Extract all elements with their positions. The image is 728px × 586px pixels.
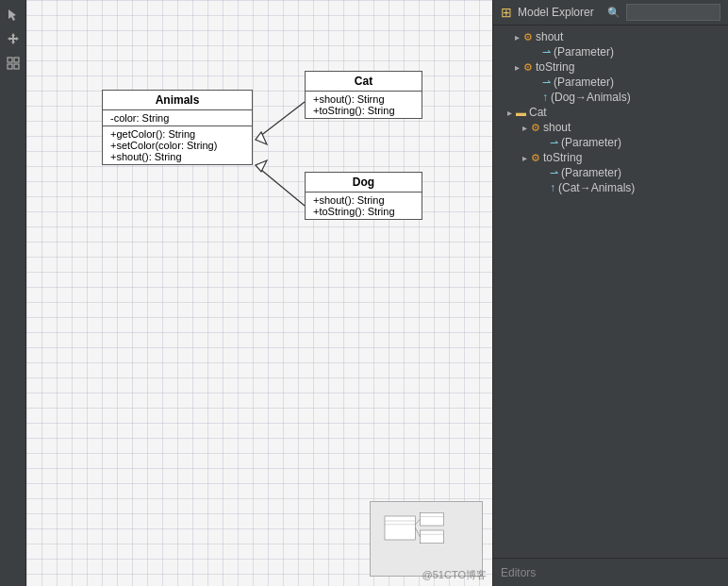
tree-container[interactable]: ▸ ⚙ shout ⇀ (Parameter) ▸ ⚙ toString ⇀ [493, 25, 728, 558]
gear-icon-2: ⚙ [523, 61, 533, 74]
right-panel: ⊞ Model Explorer 🔍 ▸ ⚙ shout ⇀ (Paramete… [492, 0, 728, 586]
dog-class-header: Dog [306, 173, 422, 193]
tree-item-shout-cat[interactable]: ▸ ⚙ shout [493, 120, 728, 135]
param-icon-3: ⇀ [550, 137, 558, 149]
tree-item-param-tostring[interactable]: ⇀ (Parameter) [493, 75, 728, 90]
toggle-tostring-cat[interactable]: ▸ [520, 153, 529, 163]
layout-tool[interactable] [3, 53, 24, 74]
label-cat: Cat [529, 106, 547, 119]
svg-rect-0 [8, 58, 12, 62]
tree-item-tostring-cat[interactable]: ▸ ⚙ toString [493, 150, 728, 165]
class-icon-cat: ▬ [516, 107, 526, 118]
panel-icon: ⊞ [501, 5, 512, 20]
watermark: @51CTO博客 [422, 568, 487, 582]
inherit-icon-dog: ↑ [542, 91, 548, 104]
attr-color: -color: String [110, 112, 244, 124]
animals-class[interactable]: Animals -color: String +getColor(): Stri… [102, 90, 253, 165]
cat-method-shout: +shout(): Stirng [313, 93, 414, 105]
method-getcolor: +getColor(): String [110, 128, 244, 140]
toggle-shout[interactable]: ▸ [512, 32, 521, 42]
method-shout: +shout(): String [110, 151, 244, 162]
svg-rect-8 [385, 516, 416, 540]
method-setcolor: +setColor(color: String) [110, 140, 244, 151]
minimap [370, 501, 483, 577]
label-inherit-cat: (Cat→Animals) [558, 181, 635, 194]
gear-icon-3: ⚙ [531, 122, 540, 134]
label-inherit-dog: (Dog→Animals) [551, 91, 631, 104]
label-param-tostring-cat: (Parameter) [561, 166, 621, 179]
cat-class-diagram[interactable]: Cat +shout(): Stirng +toString(): String [305, 71, 422, 119]
svg-line-16 [416, 528, 421, 538]
panel-header: ⊞ Model Explorer 🔍 [493, 0, 728, 25]
animals-class-header: Animals [103, 91, 252, 110]
left-toolbar [0, 0, 26, 586]
param-icon: ⇀ [542, 46, 551, 59]
label-param-shout: (Parameter) [554, 45, 614, 59]
tree-item-inherit-cat[interactable]: ↑ (Cat→Animals) [493, 180, 728, 195]
cat-method-tostring: +toString(): String [313, 105, 414, 116]
search-icon: 🔍 [607, 7, 620, 19]
svg-rect-2 [8, 64, 12, 69]
cat-methods: +shout(): Stirng +toString(): String [306, 92, 422, 118]
dog-class-diagram[interactable]: Dog +shout(): String +toString(): String [305, 172, 422, 220]
search-input[interactable] [626, 4, 720, 21]
tree-item-inherit-dog[interactable]: ↑ (Dog→Animals) [493, 90, 728, 105]
param-icon-4: ⇀ [550, 167, 558, 179]
editors-section: Editors [493, 558, 728, 586]
svg-rect-3 [14, 64, 19, 69]
editors-label: Editors [501, 566, 536, 579]
toggle-shout-cat[interactable]: ▸ [520, 123, 529, 133]
toggle-tostring[interactable]: ▸ [512, 62, 521, 73]
pointer-tool[interactable] [3, 4, 24, 25]
toggle-cat[interactable]: ▸ [505, 108, 514, 118]
animals-attributes: -color: String [103, 110, 252, 126]
tree-item-param-tostring-cat[interactable]: ⇀ (Parameter) [493, 165, 728, 180]
cat-class-header: Cat [306, 72, 422, 92]
dog-methods: +shout(): String +toString(): String [306, 193, 422, 219]
inherit-icon-cat: ↑ [550, 181, 555, 194]
label-tostring-cat: toString [543, 151, 582, 164]
label-tostring-animals: toString [536, 60, 574, 74]
svg-line-4 [256, 102, 305, 140]
svg-rect-11 [421, 512, 444, 526]
tree-item-param-shout[interactable]: ⇀ (Parameter) [493, 44, 728, 59]
label-param-tostring: (Parameter) [554, 75, 614, 89]
panel-title: Model Explorer [518, 6, 602, 19]
svg-rect-1 [14, 58, 19, 62]
param-icon-2: ⇀ [542, 76, 551, 89]
tree-item-param-shout-cat[interactable]: ⇀ (Parameter) [493, 135, 728, 150]
animals-methods: +getColor(): String +setColor(color: Str… [103, 126, 252, 164]
canvas-area[interactable]: Animals -color: String +getColor(): Stri… [26, 0, 492, 586]
svg-marker-6 [256, 132, 267, 144]
svg-line-15 [416, 519, 421, 525]
svg-line-5 [256, 165, 305, 206]
gear-icon-4: ⚙ [531, 152, 540, 164]
label-shout-cat: shout [543, 121, 571, 134]
minimap-svg [371, 502, 483, 577]
svg-rect-13 [421, 530, 444, 544]
label-param-shout-cat: (Parameter) [561, 136, 621, 149]
svg-marker-7 [256, 160, 267, 172]
dog-method-tostring: +toString(): String [313, 206, 414, 217]
tree-item-tostring-animals[interactable]: ▸ ⚙ toString [493, 59, 728, 75]
tree-item-shout-animals[interactable]: ▸ ⚙ shout [493, 29, 728, 44]
dog-method-shout: +shout(): String [313, 194, 414, 206]
label-shout-animals: shout [536, 30, 563, 43]
gear-icon: ⚙ [523, 31, 533, 43]
main-container: Animals -color: String +getColor(): Stri… [0, 0, 728, 586]
move-tool[interactable] [3, 28, 24, 49]
tree-item-cat[interactable]: ▸ ▬ Cat [493, 105, 728, 120]
